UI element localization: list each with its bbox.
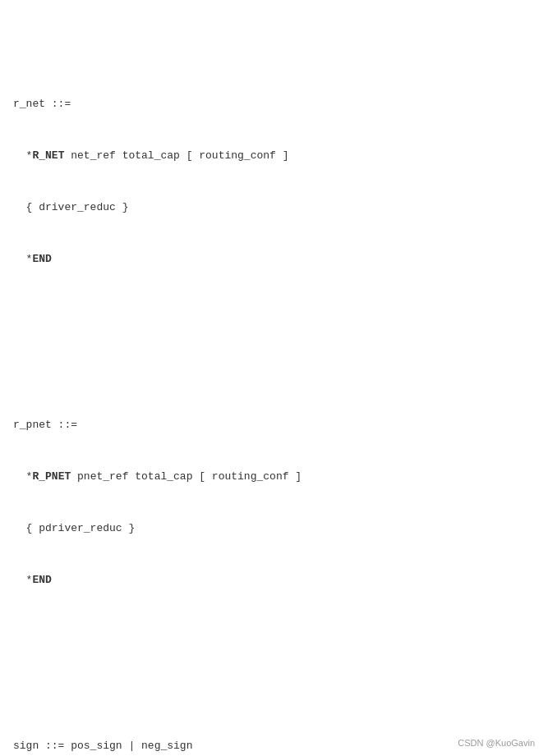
line: { pdriver_reduc }: [13, 520, 535, 537]
section-sign: sign ::= pos_sign | neg_sign: [13, 703, 535, 756]
keyword: END: [32, 253, 51, 265]
line: { driver_reduc }: [13, 199, 535, 216]
keyword: R_NET: [32, 149, 64, 162]
keyword: END: [32, 574, 51, 586]
keyword: R_PNET: [32, 470, 71, 483]
line: *END: [13, 250, 535, 268]
line: *R_NET net_ref total_cap [ routing_conf …: [13, 147, 535, 164]
line: *END: [13, 571, 535, 589]
section-r-net: r_net ::= *R_NET net_ref total_cap [ rou…: [13, 61, 535, 302]
line: r_pnet ::=: [13, 416, 535, 433]
watermark: CSDN @KuoGavin: [458, 738, 535, 748]
line: r_net ::=: [13, 95, 535, 112]
code-content: r_net ::= *R_NET net_ref total_cap [ rou…: [13, 10, 535, 756]
line: *R_PNET pnet_ref total_cap [ routing_con…: [13, 468, 535, 485]
line: sign ::= pos_sign | neg_sign: [13, 737, 535, 754]
section-r-pnet: r_pnet ::= *R_PNET pnet_ref total_cap [ …: [13, 382, 535, 623]
